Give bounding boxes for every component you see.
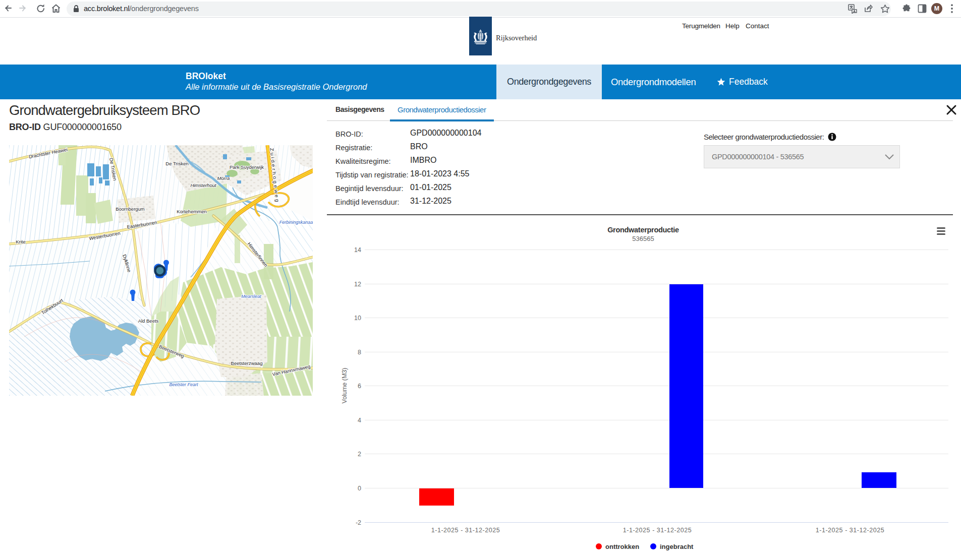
svg-text:14: 14 xyxy=(354,246,361,254)
svg-text:0: 0 xyxy=(358,485,361,492)
svg-text:8: 8 xyxy=(358,349,361,356)
svg-text:Grondwaterproductie: Grondwaterproductie xyxy=(607,226,679,234)
svg-text:10: 10 xyxy=(354,315,361,322)
svg-text:Himsterhout: Himsterhout xyxy=(190,182,216,188)
svg-text:Krite: Krite xyxy=(16,239,26,244)
svg-text:De Trisken: De Trisken xyxy=(165,161,188,166)
svg-text:1-1-2025 - 31-12-2025: 1-1-2025 - 31-12-2025 xyxy=(816,527,885,534)
svg-text:Kortehemmen: Kortehemmen xyxy=(177,209,207,214)
svg-text:Boornbergum: Boornbergum xyxy=(116,206,145,212)
svg-text:Beetster Feart: Beetster Feart xyxy=(169,382,198,387)
svg-text:1-1-2025 - 31-12-2025: 1-1-2025 - 31-12-2025 xyxy=(431,527,500,534)
svg-text:ingebracht: ingebracht xyxy=(660,543,694,550)
svg-text:Ferbiningskanaal: Ferbiningskanaal xyxy=(279,220,313,225)
svg-text:1-1-2025 - 31-12-2025: 1-1-2025 - 31-12-2025 xyxy=(623,527,692,534)
svg-text:12: 12 xyxy=(354,281,361,288)
svg-text:Mearsleat: Mearsleat xyxy=(241,294,261,299)
svg-text:4: 4 xyxy=(358,417,361,424)
svg-text:onttrokken: onttrokken xyxy=(605,543,639,550)
svg-text:Morra: Morra xyxy=(217,175,230,181)
svg-text:536565: 536565 xyxy=(632,235,654,242)
svg-text:Volume (M3): Volume (M3) xyxy=(341,368,348,404)
svg-text:6: 6 xyxy=(358,383,361,390)
svg-text:2: 2 xyxy=(358,451,361,458)
svg-text:Ald Beets: Ald Beets xyxy=(138,318,159,324)
svg-text:-2: -2 xyxy=(356,519,361,526)
svg-text:Park Suyderwijk: Park Suyderwijk xyxy=(230,164,264,170)
svg-text:Beetsterzwaag: Beetsterzwaag xyxy=(231,360,263,366)
